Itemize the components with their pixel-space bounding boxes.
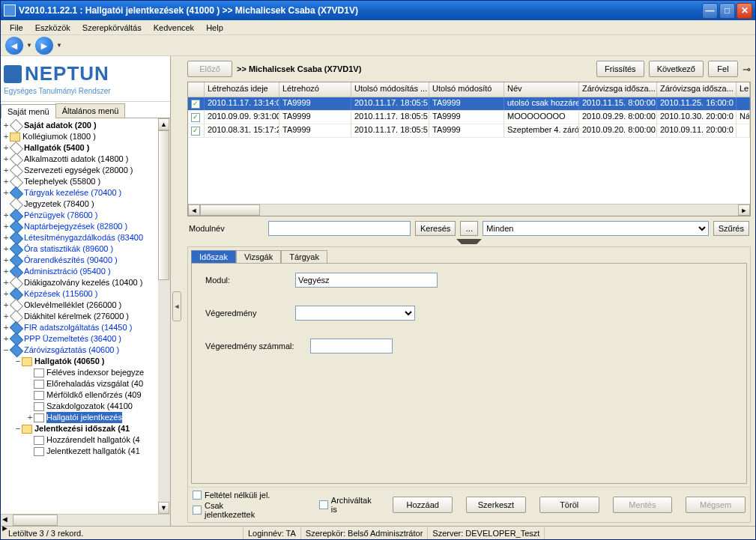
tree-item[interactable]: +Óra statisztikák (89600 ) bbox=[2, 243, 157, 255]
tree-item[interactable]: −Hallgatók (40650 ) bbox=[2, 356, 157, 367]
modul-field-input[interactable] bbox=[295, 273, 438, 288]
tree-item[interactable]: −Jelentkezési időszak (41 bbox=[2, 423, 157, 434]
grid-scroll-left[interactable]: ◄ bbox=[188, 204, 200, 216]
column-header[interactable]: Utolsó módosítás ... bbox=[351, 82, 429, 97]
tree-item[interactable]: Mérföldkő ellenőrzés (409 bbox=[2, 389, 157, 401]
tree-item[interactable]: +Oklevélmelléklet (266000 ) bbox=[2, 300, 157, 311]
grid-hscroll[interactable]: ◄ ► bbox=[188, 204, 750, 216]
expand-icon[interactable]: + bbox=[2, 311, 10, 322]
expand-icon[interactable]: + bbox=[2, 120, 10, 131]
nav-back-dropdown[interactable]: ▼ bbox=[26, 42, 32, 49]
tree-item[interactable]: +Kollégiumok (1800 ) bbox=[2, 131, 157, 142]
column-header[interactable] bbox=[188, 82, 205, 97]
nav-back-button[interactable]: ◄ bbox=[5, 37, 23, 55]
expand-icon[interactable]: + bbox=[2, 187, 10, 198]
tree-item[interactable]: Jelentkezett hallgatók (41 bbox=[2, 446, 157, 457]
tree-item[interactable]: +Létesítménygazdálkodás (83400 bbox=[2, 232, 157, 243]
column-header[interactable]: Záróvizsga idősza... bbox=[579, 82, 657, 97]
close-button[interactable]: ✕ bbox=[737, 3, 752, 19]
expand-icon[interactable]: + bbox=[2, 266, 10, 277]
tree-tab-own[interactable]: Saját menü bbox=[1, 104, 56, 118]
table-row[interactable]: ✓2010.08.31. 15:17:2TA99992010.11.17. 18… bbox=[188, 124, 750, 138]
tree-item[interactable]: +PPP Üzemeltetés (36400 ) bbox=[2, 333, 157, 345]
tree-item[interactable]: Hozzárendelt hallgatók (4 bbox=[2, 434, 157, 446]
search-button[interactable]: Keresés bbox=[415, 221, 456, 236]
expand-icon[interactable]: + bbox=[26, 412, 34, 423]
prev-button[interactable]: Előző bbox=[187, 61, 232, 77]
column-header[interactable]: Záróvizsga idősza... bbox=[657, 82, 737, 97]
tree-item[interactable]: Előrehaladás vizsgálat (40 bbox=[2, 378, 157, 389]
column-header[interactable]: Utolsó módosító bbox=[429, 82, 504, 97]
tab-targyak[interactable]: Tárgyak bbox=[281, 250, 327, 263]
tree-item[interactable]: +Diákigazolvány kezelés (10400 ) bbox=[2, 277, 157, 288]
tree-item[interactable]: +FIR adatszolgáltatás (14450 ) bbox=[2, 322, 157, 333]
expand-icon[interactable]: + bbox=[2, 154, 10, 165]
tree-item[interactable]: +Saját adatok (200 ) bbox=[2, 120, 157, 131]
column-header[interactable]: Létrehozó bbox=[279, 82, 351, 97]
delete-button[interactable]: Töröl bbox=[539, 497, 599, 513]
table-row[interactable]: ✓2010.11.17. 13:14:0TA99992010.11.17. 18… bbox=[188, 97, 750, 111]
grid-scroll-thumb[interactable] bbox=[200, 204, 260, 216]
menu-help[interactable]: Help bbox=[200, 22, 229, 34]
nav-forward-dropdown[interactable]: ▼ bbox=[56, 42, 62, 49]
tree-vscroll[interactable]: ▲ ▼ bbox=[158, 118, 170, 514]
expand-icon[interactable]: + bbox=[2, 322, 10, 333]
expand-icon[interactable]: + bbox=[2, 176, 10, 187]
edit-button[interactable]: Szerkeszt bbox=[466, 497, 526, 513]
expand-icon[interactable]: + bbox=[2, 221, 10, 232]
nav-forward-button[interactable]: ► bbox=[35, 37, 53, 55]
tab-vizsgak[interactable]: Vizsgák bbox=[236, 250, 281, 263]
table-row[interactable]: ✓2010.09.09. 9:31:00TA99992010.11.17. 18… bbox=[188, 111, 750, 124]
applications-grid[interactable]: Létrehozás idejeLétrehozóUtolsó módosítá… bbox=[187, 82, 751, 216]
pin-icon[interactable]: ⊸ bbox=[743, 64, 751, 75]
save-button[interactable]: Mentés bbox=[613, 497, 673, 513]
tree-item[interactable]: +Telephelyek (55800 ) bbox=[2, 176, 157, 187]
column-header[interactable]: Le bbox=[737, 82, 750, 97]
row-checkbox[interactable]: ✓ bbox=[191, 127, 200, 136]
expand-icon[interactable]: − bbox=[14, 356, 22, 367]
tree-item[interactable]: +Képzések (115600 ) bbox=[2, 288, 157, 300]
chk-csak-jelentkezettek[interactable]: Csak jelentkezettek bbox=[193, 501, 276, 519]
expand-icon[interactable]: − bbox=[2, 345, 10, 356]
next-button[interactable]: Következő bbox=[649, 61, 704, 77]
filter-dropdown[interactable]: Minden bbox=[483, 221, 708, 236]
tree-item[interactable]: +Diákhitel kérelmek (276000 ) bbox=[2, 311, 157, 322]
modulnev-input[interactable] bbox=[268, 221, 411, 236]
tree-item[interactable]: +Szervezeti egységek (28000 ) bbox=[2, 165, 157, 176]
cancel-button[interactable]: Mégsem bbox=[686, 497, 746, 513]
tree-item[interactable]: +Tárgyak kezelése (70400 ) bbox=[2, 187, 157, 198]
menu-tools[interactable]: Eszközök bbox=[29, 22, 76, 34]
filter-button[interactable]: Szűrés bbox=[713, 221, 749, 236]
browse-button[interactable]: ... bbox=[460, 221, 478, 236]
expand-icon[interactable]: + bbox=[2, 288, 10, 300]
tree-scroll-down[interactable]: ▼ bbox=[158, 502, 169, 514]
tab-idoszak[interactable]: Időszak bbox=[191, 250, 236, 263]
expand-icon[interactable]: + bbox=[2, 277, 10, 288]
refresh-button[interactable]: Frissítés bbox=[596, 61, 644, 77]
tree-item[interactable]: Féléves indexsor bejegyze bbox=[2, 367, 157, 378]
expand-icon[interactable]: + bbox=[2, 165, 10, 176]
tree-tab-general[interactable]: Általános menü bbox=[55, 103, 126, 118]
tree-item[interactable]: −Záróvizsgáztatás (40600 ) bbox=[2, 345, 157, 356]
tree-item[interactable]: +Naptárbejegyzések (82800 ) bbox=[2, 221, 157, 232]
expand-icon[interactable]: + bbox=[2, 210, 10, 221]
expand-icon[interactable]: − bbox=[14, 423, 22, 434]
menu-file[interactable]: File bbox=[4, 22, 29, 34]
minimize-button[interactable]: — bbox=[702, 3, 718, 19]
tree-item[interactable]: Szakdolgozatok (44100 bbox=[2, 401, 157, 412]
tree-scroll-up[interactable]: ▲ bbox=[158, 118, 169, 130]
vegeredmeny-szam-input[interactable] bbox=[310, 339, 393, 354]
expand-icon[interactable]: + bbox=[2, 131, 10, 142]
tree-item[interactable]: +Alkalmazotti adatok (14800 ) bbox=[2, 154, 157, 165]
expand-icon[interactable]: + bbox=[2, 142, 10, 154]
menu-favorites[interactable]: Kedvencek bbox=[148, 22, 200, 34]
tree-item[interactable]: +Pénzügyek (78600 ) bbox=[2, 210, 157, 221]
splitter-handle[interactable] bbox=[184, 237, 754, 245]
vegeredmeny-select[interactable] bbox=[295, 306, 415, 321]
up-button[interactable]: Fel bbox=[708, 61, 738, 77]
menu-role[interactable]: Szerepkörváltás bbox=[76, 22, 148, 34]
chk-archivaltak[interactable]: Archiváltak is bbox=[319, 496, 379, 514]
tree-item[interactable]: +Órarendkészítés (90400 ) bbox=[2, 255, 157, 266]
expand-icon[interactable]: + bbox=[2, 255, 10, 266]
row-checkbox[interactable]: ✓ bbox=[191, 113, 200, 122]
